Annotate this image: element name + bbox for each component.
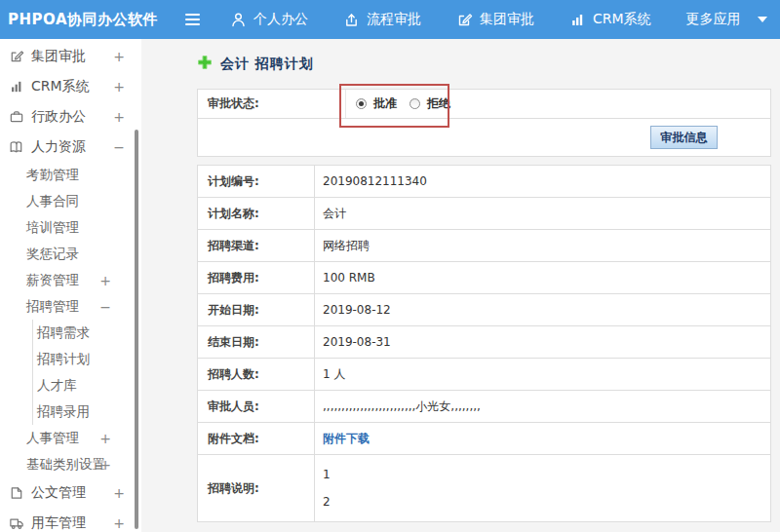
sidebar-item-crm[interactable]: CRM系统 + bbox=[0, 71, 141, 101]
nav-item-personal-office[interactable]: 个人办公 bbox=[230, 11, 308, 28]
nav-item-process-approval[interactable]: 流程审批 bbox=[343, 11, 421, 28]
sidebar-item-label: CRM系统 bbox=[31, 78, 90, 95]
radio-reject-label: 拒绝 bbox=[427, 95, 450, 112]
hamburger-menu-icon[interactable] bbox=[185, 14, 205, 25]
sidebar-item-label: 人才库 bbox=[37, 377, 77, 395]
expand-icon[interactable]: + bbox=[113, 49, 125, 64]
table-row: 招聘人数: 1 人 bbox=[198, 359, 771, 391]
nav-item-label: 个人办公 bbox=[254, 11, 308, 28]
table-row: 招聘说明: 1 2 bbox=[198, 455, 771, 522]
sidebar-item-attendance[interactable]: 考勤管理 bbox=[0, 162, 141, 188]
sidebar-item-base-category[interactable]: 基础类别设置 + bbox=[0, 451, 141, 477]
collapse-icon[interactable]: − bbox=[113, 139, 125, 155]
chart-icon bbox=[569, 12, 586, 28]
field-value: ,,,,,,,,,,,,,,,,,,,,,,,,,小光女,,,,,,,, bbox=[315, 391, 771, 423]
document-icon bbox=[9, 485, 25, 501]
truck-icon bbox=[9, 515, 25, 531]
radio-reject[interactable] bbox=[410, 98, 420, 109]
field-label: 审批人员: bbox=[198, 391, 315, 423]
field-value: 1 人 bbox=[315, 359, 771, 391]
bar-chart-icon bbox=[9, 79, 25, 95]
field-label: 计划名称: bbox=[198, 198, 315, 230]
sidebar-item-hr[interactable]: 人力资源 − bbox=[0, 132, 141, 162]
sidebar-item-label: 集团审批 bbox=[31, 48, 86, 65]
sidebar-item-label: 公文管理 bbox=[31, 484, 86, 502]
table-row: 招聘费用: 100 RMB bbox=[198, 262, 771, 294]
sidebar-item-label: 招聘管理 bbox=[26, 298, 79, 316]
sidebar-item-training[interactable]: 培训管理 bbox=[0, 214, 141, 241]
sidebar-item-rewards[interactable]: 奖惩记录 bbox=[0, 241, 141, 267]
field-value: 2019-08-12 bbox=[315, 294, 771, 326]
expand-icon[interactable]: + bbox=[99, 457, 111, 473]
field-label: 招聘渠道: bbox=[198, 230, 315, 262]
field-value: 网络招聘 bbox=[315, 230, 771, 262]
expand-icon[interactable]: + bbox=[99, 273, 111, 288]
field-label: 招聘费用: bbox=[198, 262, 315, 294]
sidebar-item-label: 招聘需求 bbox=[37, 324, 90, 342]
expand-icon[interactable]: + bbox=[99, 431, 111, 446]
field-label: 开始日期: bbox=[198, 294, 315, 326]
field-value: 100 RMB bbox=[315, 262, 771, 294]
page-header: 会计 招聘计划 bbox=[197, 55, 780, 74]
sidebar-item-label: 考勤管理 bbox=[26, 167, 79, 184]
sidebar-item-vehicle-mgmt[interactable]: 用车管理 + bbox=[0, 508, 141, 532]
field-label: 结束日期: bbox=[198, 326, 315, 359]
sidebar-item-label: 培训管理 bbox=[26, 219, 79, 237]
field-value: 2019-08-31 bbox=[315, 326, 771, 359]
field-value: 1 2 bbox=[323, 457, 770, 519]
sidebar-item-salary[interactable]: 薪资管理 + bbox=[0, 267, 141, 293]
radio-approve[interactable] bbox=[356, 98, 367, 109]
field-label: 招聘说明: bbox=[198, 455, 315, 522]
sidebar: 集团审批 + CRM系统 + 行政办公 + 人力资源 − 考勤管理 bbox=[0, 39, 141, 532]
recruit-plan-detail-table: 计划编号: 20190812111340 计划名称: 会计 招聘渠道: 网络招聘… bbox=[197, 165, 771, 522]
edit-icon bbox=[456, 12, 473, 28]
nav-item-more-apps[interactable]: 更多应用 bbox=[686, 11, 767, 28]
sidebar-item-label: 招聘录用 bbox=[37, 403, 90, 421]
sidebar-item-personnel-mgmt[interactable]: 人事管理 + bbox=[0, 425, 141, 451]
approval-radio-group: 批准 拒绝 bbox=[346, 90, 456, 118]
app-title: PHPOA协同办公软件 bbox=[0, 11, 185, 29]
sidebar-item-label: 人事管理 bbox=[26, 430, 79, 447]
attachment-download-link[interactable]: 附件下载 bbox=[323, 432, 370, 445]
sidebar-item-recruit-mgmt[interactable]: 招聘管理 − bbox=[0, 293, 141, 320]
nav-item-group-approval[interactable]: 集团审批 bbox=[456, 11, 534, 28]
top-navbar: PHPOA协同办公软件 个人办公 流程审批 集团审批 CRM系统 bbox=[0, 0, 780, 39]
sidebar-item-recruit-plan[interactable]: 招聘计划 bbox=[33, 346, 141, 372]
nav-item-label: 流程审批 bbox=[367, 11, 421, 28]
nav-item-crm[interactable]: CRM系统 bbox=[569, 11, 651, 28]
field-value: 20190812111340 bbox=[315, 166, 771, 198]
add-plus-icon[interactable] bbox=[197, 55, 213, 74]
table-row: 开始日期: 2019-08-12 bbox=[198, 294, 771, 326]
approval-info-button[interactable]: 审批信息 bbox=[650, 126, 718, 149]
caret-down-icon bbox=[758, 17, 767, 22]
table-row: 计划名称: 会计 bbox=[198, 198, 771, 230]
expand-icon[interactable]: + bbox=[113, 485, 125, 501]
sidebar-item-label: 用车管理 bbox=[31, 514, 86, 532]
sidebar-item-recruit-demand[interactable]: 招聘需求 bbox=[33, 320, 141, 346]
sidebar-item-document-mgmt[interactable]: 公文管理 + bbox=[0, 477, 141, 508]
sidebar-scrollbar[interactable] bbox=[135, 130, 138, 529]
field-value: 会计 bbox=[315, 198, 771, 230]
user-icon bbox=[230, 12, 247, 28]
field-label: 招聘人数: bbox=[198, 359, 315, 391]
sidebar-item-admin-office[interactable]: 行政办公 + bbox=[0, 101, 141, 132]
expand-icon[interactable]: + bbox=[113, 109, 125, 125]
sidebar-item-label: 人力资源 bbox=[31, 138, 86, 156]
sidebar-item-group-approval[interactable]: 集团审批 + bbox=[0, 41, 141, 71]
edit-square-icon bbox=[9, 49, 25, 64]
sidebar-item-hr-contract[interactable]: 人事合同 bbox=[0, 188, 141, 214]
approval-status-panel: 审批状态: 批准 拒绝 审批信息 bbox=[197, 89, 771, 157]
sidebar-item-talent-pool[interactable]: 人才库 bbox=[33, 372, 141, 399]
flow-icon bbox=[343, 12, 360, 28]
nav-item-label: CRM系统 bbox=[593, 11, 651, 28]
expand-icon[interactable]: + bbox=[113, 515, 125, 531]
collapse-icon[interactable]: − bbox=[99, 299, 111, 315]
expand-icon[interactable]: + bbox=[113, 79, 125, 95]
book-icon bbox=[9, 139, 25, 155]
sidebar-item-label: 行政办公 bbox=[31, 108, 86, 126]
approval-status-row: 审批状态: 批准 拒绝 bbox=[198, 90, 770, 119]
sidebar-item-label: 奖惩记录 bbox=[26, 246, 79, 263]
nav-item-label: 更多应用 bbox=[686, 11, 741, 28]
sidebar-item-label: 招聘计划 bbox=[37, 351, 90, 368]
sidebar-item-recruit-hire[interactable]: 招聘录用 bbox=[33, 399, 141, 425]
